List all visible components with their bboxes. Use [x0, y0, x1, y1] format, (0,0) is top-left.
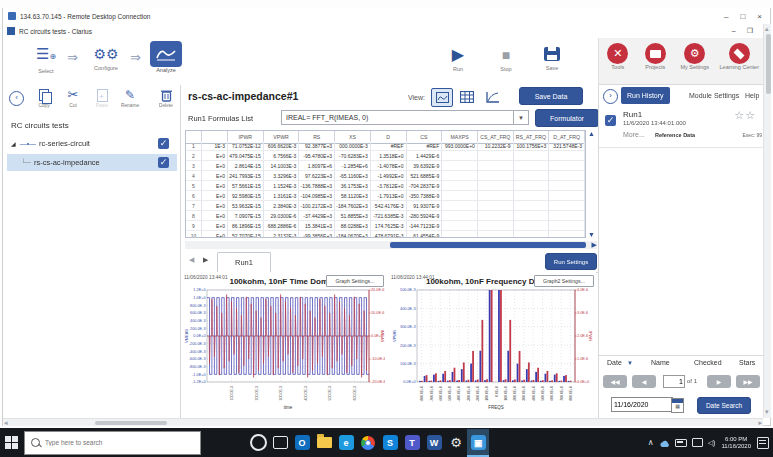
table-cell[interactable]: 92.5980E-15	[228, 191, 264, 201]
hscroll-thumb[interactable]	[95, 421, 167, 426]
table-cell[interactable]	[478, 221, 514, 231]
row-number-cell[interactable]: 3	[186, 161, 202, 171]
table-cell[interactable]	[478, 201, 514, 211]
sort-date-arrow-icon[interactable]: ▼	[627, 360, 633, 366]
collapse-sidebar-button[interactable]: ‹	[9, 91, 24, 106]
run-checkbox[interactable]	[605, 115, 616, 126]
table-cell[interactable]: -144.7123E-9	[407, 221, 443, 231]
table-cell[interactable]: -95.4780E+3	[299, 151, 335, 161]
notification-center-icon[interactable]	[757, 437, 769, 449]
table-cell[interactable]: -99.3856E+3	[299, 231, 335, 238]
table-cell[interactable]: -184.7602E+3	[335, 201, 371, 211]
table-cell[interactable]: 241.7993E-15	[228, 171, 264, 181]
table-cell[interactable]	[549, 171, 585, 181]
table-cell[interactable]: -1.7913E+0	[371, 191, 407, 201]
table-cell[interactable]	[442, 151, 478, 161]
table-cell[interactable]: 91.9307E-9	[407, 201, 443, 211]
table-cell[interactable]	[478, 151, 514, 161]
table-cell[interactable]: 61.4554E-9	[407, 231, 443, 238]
first-page-button[interactable]: ◀◀	[603, 375, 627, 388]
table-cell[interactable]: 10.2232E-9	[478, 141, 514, 151]
app-titlebar[interactable]: RC circuits tests - Clarius – ❐	[3, 24, 763, 39]
configure-step[interactable]: ⚙⚙ Configure	[85, 43, 127, 81]
table-cell[interactable]: 100.1756E+3	[514, 141, 550, 151]
table-cell[interactable]: -1.4992E+0	[371, 171, 407, 181]
hscroll-right-arrow[interactable]: ▸	[758, 419, 762, 427]
table-scroll-down-icon[interactable]: ▼	[588, 231, 595, 238]
table-cell[interactable]: 29.0300E-6	[264, 211, 300, 221]
sort-stars[interactable]: Stars	[739, 359, 755, 366]
row-number-cell[interactable]: 7	[186, 201, 202, 211]
table-cell[interactable]: -3.7812E+0	[371, 181, 407, 191]
next-page-button[interactable]: ▶	[707, 375, 731, 388]
view-table-button[interactable]	[457, 88, 477, 105]
table-cell[interactable]: 15.3841E+3	[299, 221, 335, 231]
table-cell[interactable]: E+0	[202, 221, 228, 231]
row-number-cell[interactable]: 8	[186, 211, 202, 221]
graph2-settings-button[interactable]: Graph2 Settings...	[534, 275, 594, 287]
table-cell[interactable]: 2.3840E-3	[264, 201, 300, 211]
table-cell[interactable]: 1.8097E+6	[299, 161, 335, 171]
table-cell[interactable]: #REF	[407, 141, 443, 151]
table-cell[interactable]: 52.7070E-15	[228, 231, 264, 238]
run-settings-button[interactable]: Run Settings	[545, 253, 597, 270]
table-cell[interactable]: 479.0475E-15	[228, 151, 264, 161]
table-cell[interactable]: -104.0985E+3	[299, 191, 335, 201]
taskbar-icon-file-explorer[interactable]	[313, 429, 335, 457]
table-cell[interactable]: E+0	[202, 171, 228, 181]
table-cell[interactable]: 174.7625E-3	[371, 221, 407, 231]
table-cell[interactable]	[514, 151, 550, 161]
table-cell[interactable]: 3.3296E-3	[264, 171, 300, 181]
save-data-button[interactable]: Save Data	[519, 87, 583, 105]
tab-run-history[interactable]: Run History	[621, 87, 670, 104]
taskbar-icon-chrome[interactable]	[357, 429, 379, 457]
table-cell[interactable]: -184.0670E+3	[335, 231, 371, 238]
expander-icon[interactable]: ◢	[11, 140, 16, 147]
table-cell[interactable]: 1.3161E-3	[264, 191, 300, 201]
row-number-cell[interactable]: 5	[186, 181, 202, 191]
table-scroll-up-icon[interactable]: ▲	[588, 130, 595, 137]
taskbar-icon-cortana[interactable]	[247, 429, 269, 457]
run-stars[interactable]: ☆☆	[734, 109, 756, 122]
tree-item-checkbox[interactable]	[158, 138, 169, 149]
rdp-maximize-button[interactable]: □	[740, 12, 745, 21]
table-cell[interactable]: 39.6392E-9	[407, 161, 443, 171]
window-hscrollbar[interactable]: ◂ ▸	[3, 418, 763, 426]
formula-dropdown[interactable]: IREAL= FFT_R(IMEAS, 0) ▼	[281, 110, 529, 125]
taskbar-icon-remote-desktop[interactable]: ▣	[467, 429, 489, 457]
table-cell[interactable]: E+0	[202, 181, 228, 191]
sort-name[interactable]: Name	[651, 359, 670, 366]
display-icon[interactable]	[692, 438, 703, 447]
app-minimize-button[interactable]: –	[732, 27, 736, 35]
table-cell[interactable]: -721.6385E-3	[371, 211, 407, 221]
table-vscroll[interactable]: ▲ ▼	[587, 130, 597, 238]
table-cell[interactable]: -37.4429E+3	[299, 211, 335, 221]
table-cell[interactable]: 606.6620E-3	[264, 141, 300, 151]
table-cell[interactable]	[442, 201, 478, 211]
save-button[interactable]: Save	[537, 44, 567, 80]
table-cell[interactable]: 51.8855E+3	[335, 211, 371, 221]
table-cell[interactable]	[514, 171, 550, 181]
table-cell[interactable]	[549, 201, 585, 211]
rdp-minimize-button[interactable]: –	[724, 12, 728, 21]
sort-date[interactable]: Date	[607, 359, 622, 366]
formulator-button[interactable]: Formulator	[535, 109, 599, 127]
table-cell[interactable]: 542.4176E-3	[371, 201, 407, 211]
search-input[interactable]	[43, 438, 177, 447]
table-cell[interactable]	[514, 181, 550, 191]
table-cell[interactable]: 58.1120E+3	[335, 191, 371, 201]
table-cell[interactable]	[442, 181, 478, 191]
table-cell[interactable]	[442, 191, 478, 201]
table-cell[interactable]: 71.0752E-12	[228, 141, 264, 151]
taskbar-icon-word[interactable]: W	[423, 429, 445, 457]
rdp-titlebar[interactable]: 134.63.70.145 - Remote Desktop Connectio…	[3, 8, 770, 25]
table-cell[interactable]: -1.2854E+6	[335, 161, 371, 171]
table-cell[interactable]	[549, 181, 585, 191]
table-cell[interactable]: 321.5748E-3	[549, 141, 585, 151]
tab-scroll-right-icon[interactable]: ▶	[203, 256, 208, 264]
table-hscrollbar[interactable]: ▶	[185, 241, 597, 249]
row-number-cell[interactable]: 2	[186, 151, 202, 161]
time-domain-chart[interactable]: 1.2E+01.0E+0800.0E-3600.0E-3400.0E-3200.…	[183, 288, 385, 416]
table-cell[interactable]: 57.5661E-15	[228, 181, 264, 191]
vscroll-down-arrow[interactable]: ▾	[765, 408, 769, 416]
